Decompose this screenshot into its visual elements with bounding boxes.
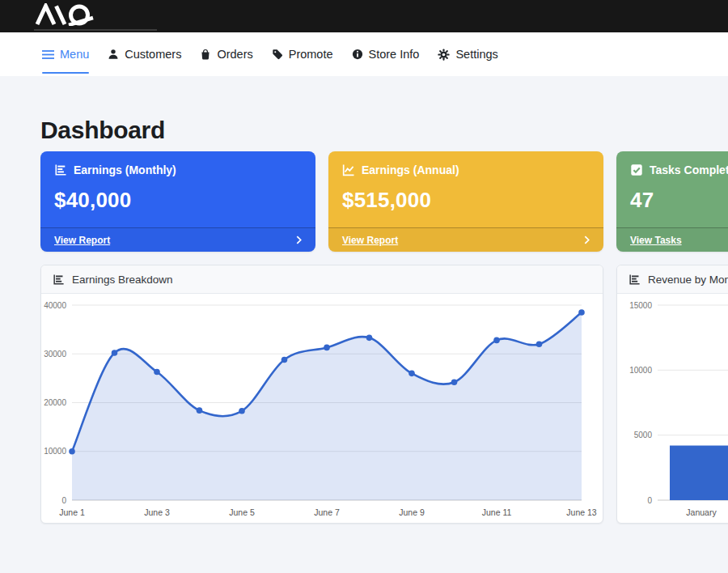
svg-text:10000: 10000 bbox=[629, 366, 652, 375]
stat-cards-row: Earnings (Monthly) $40,000 View Report bbox=[40, 151, 728, 252]
stat-card-value: $515,000 bbox=[342, 188, 590, 213]
chart-bar-icon bbox=[54, 163, 67, 176]
bag-icon bbox=[200, 49, 211, 60]
logo-underline bbox=[34, 29, 157, 31]
stat-card-footer: View Report bbox=[328, 227, 603, 252]
nav-item-customers[interactable]: Customers bbox=[108, 32, 181, 76]
logo[interactable] bbox=[34, 3, 115, 29]
svg-text:June 5: June 5 bbox=[229, 507, 255, 517]
stat-card-title: Earnings (Annual) bbox=[362, 163, 459, 176]
chevron-right-icon[interactable] bbox=[296, 236, 302, 244]
svg-text:30000: 30000 bbox=[44, 350, 66, 359]
menu-icon bbox=[42, 49, 54, 60]
nav-item-orders[interactable]: Orders bbox=[200, 32, 252, 76]
view-tasks-link[interactable]: View Tasks bbox=[630, 235, 682, 246]
earnings-breakdown-plot: 010000200003000040000June 1June 3June 5J… bbox=[41, 294, 603, 523]
svg-text:20000: 20000 bbox=[44, 398, 66, 407]
chart-line-icon bbox=[342, 163, 355, 176]
svg-text:June 7: June 7 bbox=[314, 507, 340, 517]
logo-icon bbox=[34, 3, 115, 26]
svg-text:June 3: June 3 bbox=[144, 507, 170, 517]
stat-card-value: $40,000 bbox=[54, 188, 302, 213]
charts-row: Earnings Breakdown 010000200003000040000… bbox=[40, 265, 728, 524]
svg-text:June 1: June 1 bbox=[59, 507, 85, 517]
stat-card-value: 47 bbox=[630, 188, 728, 213]
svg-text:January: January bbox=[686, 507, 717, 517]
stat-card-earnings-annual: Earnings (Annual) $515,000 View Report bbox=[328, 151, 603, 252]
info-icon bbox=[352, 49, 363, 60]
top-header bbox=[0, 0, 728, 32]
chart-title: Revenue by Month bbox=[648, 274, 728, 286]
main-nav: Menu Customers Orders Promote Store Info bbox=[0, 32, 728, 76]
stat-card-title: Earnings (Monthly) bbox=[74, 163, 176, 176]
nav-item-store-info[interactable]: Store Info bbox=[352, 32, 420, 76]
chart-bar-icon bbox=[629, 274, 641, 286]
gear-icon bbox=[438, 49, 450, 61]
nav-label: Store Info bbox=[369, 48, 420, 61]
svg-text:5000: 5000 bbox=[634, 431, 653, 439]
nav-item-menu[interactable]: Menu bbox=[42, 32, 89, 76]
stat-card-tasks-completed: Tasks Completed 47 View Tasks bbox=[616, 151, 728, 252]
nav-label: Orders bbox=[217, 48, 252, 61]
revenue-by-month-card: Revenue by Month 050001000015000January bbox=[616, 265, 728, 524]
page-title: Dashboard bbox=[40, 117, 728, 144]
nav-item-promote[interactable]: Promote bbox=[272, 32, 333, 76]
view-report-link[interactable]: View Report bbox=[342, 235, 398, 246]
chart-bar-icon bbox=[53, 274, 65, 286]
stat-card-footer: View Report bbox=[40, 227, 315, 252]
earnings-breakdown-card: Earnings Breakdown 010000200003000040000… bbox=[40, 265, 603, 524]
main-content: Dashboard Earnings (Monthly) $40,000 Vie… bbox=[40, 117, 728, 524]
nav-label: Promote bbox=[289, 48, 333, 61]
nav-label: Menu bbox=[60, 48, 89, 61]
nav-label: Customers bbox=[125, 48, 181, 61]
stat-card-footer: View Tasks bbox=[616, 227, 728, 252]
svg-text:June 13: June 13 bbox=[566, 507, 597, 517]
svg-text:June 11: June 11 bbox=[482, 507, 512, 517]
nav-label: Settings bbox=[455, 48, 497, 61]
svg-text:10000: 10000 bbox=[44, 447, 66, 456]
svg-text:0: 0 bbox=[61, 496, 66, 505]
svg-text:40000: 40000 bbox=[44, 301, 66, 310]
chart-title: Earnings Breakdown bbox=[72, 274, 173, 286]
nav-item-settings[interactable]: Settings bbox=[438, 32, 497, 76]
chart-header: Earnings Breakdown bbox=[41, 265, 603, 294]
stat-card-earnings-monthly: Earnings (Monthly) $40,000 View Report bbox=[40, 151, 315, 252]
chevron-right-icon[interactable] bbox=[584, 236, 590, 244]
svg-text:0: 0 bbox=[647, 496, 652, 505]
person-icon bbox=[108, 49, 119, 60]
tag-icon bbox=[272, 49, 283, 60]
chart-header: Revenue by Month bbox=[617, 265, 728, 294]
stat-card-title: Tasks Completed bbox=[650, 163, 728, 176]
revenue-by-month-plot: 050001000015000January bbox=[617, 294, 728, 523]
view-report-link[interactable]: View Report bbox=[54, 235, 110, 246]
check-square-icon bbox=[630, 163, 643, 176]
svg-text:June 9: June 9 bbox=[399, 507, 425, 517]
svg-text:15000: 15000 bbox=[629, 301, 652, 310]
